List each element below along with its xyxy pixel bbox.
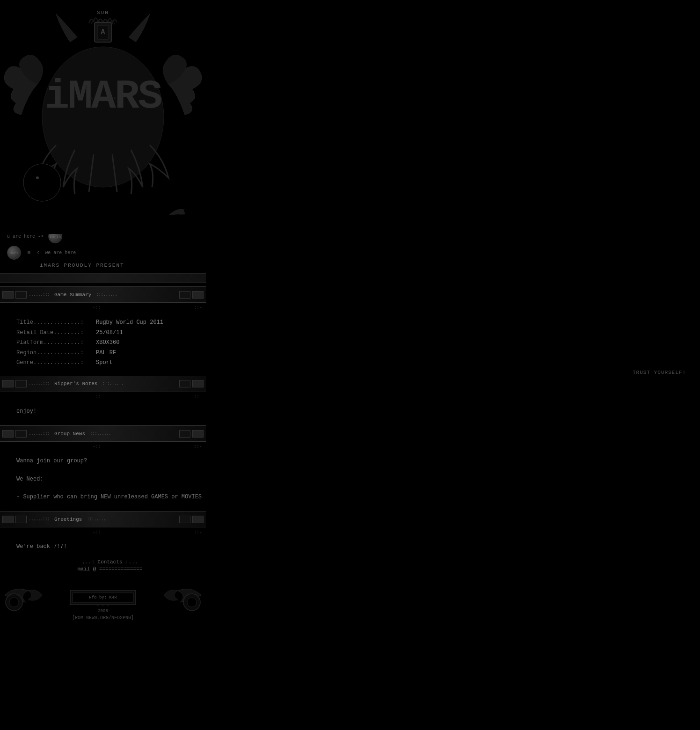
rippers-sub-line: -:: ::-	[0, 394, 220, 400]
requirement-text: - Supplier who can bring NEW unreleased …	[16, 493, 211, 502]
greetings-text: We're back 7!7!	[16, 542, 211, 551]
banner-block-15	[179, 516, 190, 523]
banner-block-8	[192, 380, 204, 387]
rippers-notes-content: enjoy!	[0, 403, 220, 422]
game-summary-banner: ......::: Game Summary :::......	[0, 286, 206, 303]
u-are-here-label: u are here ->	[7, 234, 44, 239]
mars-nav: Mars ■ <- we are here	[7, 246, 213, 260]
banner-block-1	[2, 291, 14, 299]
platform-val: XBOX360	[96, 338, 119, 348]
banner-block-13	[2, 516, 14, 523]
genre-row: Genre..............: Sport	[16, 358, 220, 368]
rippers-notes-banner-wrapper: ......::: Ripper's Notes :::...... -:: :…	[0, 376, 220, 400]
banner-dots-left: ......:::	[29, 292, 50, 297]
banner-dots-left-3: ......:::	[29, 431, 50, 436]
svg-point-13	[9, 598, 19, 607]
contacts-title: Contacts	[98, 559, 123, 565]
greetings-content: We're back 7!7!	[0, 539, 220, 557]
retail-date-row: Retail Date........: 25/08/11	[16, 328, 220, 338]
footer-decoration: Nfo by: K4R - - - 2008	[0, 577, 206, 614]
divider-line	[0, 273, 206, 283]
banner-dots-right-4: :::......	[87, 517, 108, 522]
banner-dots-left-2: ......:::	[29, 381, 50, 387]
banner-block-6	[15, 380, 27, 387]
banner-block-7	[179, 380, 190, 387]
banner-block-16	[192, 516, 204, 523]
svg-point-8	[36, 176, 39, 179]
sun-label: SUN	[97, 10, 109, 15]
banner-block-4	[192, 291, 204, 299]
banner-block-12	[192, 430, 204, 438]
trust-yourself-text: TRUST YOURSELF!	[633, 370, 686, 375]
banner-block-5	[2, 380, 14, 387]
we-are-here-label: <- we are here	[36, 250, 76, 256]
group-news-banner-wrapper: ......::: Group News :::...... -:: ::-	[0, 425, 220, 449]
contacts-dots-right: :...	[125, 559, 138, 565]
banner-block-14	[15, 516, 27, 523]
game-info-section: Title..............: Rugby World Cup 201…	[0, 314, 220, 372]
greetings-banner-wrapper: ......::: Greetings :::...... -:: ::-	[0, 511, 220, 535]
join-text: Wanna join our group?	[16, 457, 211, 466]
game-summary-banner-wrapper: ......::: Game Summary :::...... -:: ::-	[0, 286, 220, 310]
region-row: Region.............: PAL RF	[16, 348, 220, 358]
svg-point-15	[187, 598, 197, 607]
svg-point-9	[90, 97, 92, 99]
proudly-present: iMARS PROUDLY PRESENT	[0, 260, 220, 271]
logo-area: SUN A	[0, 0, 206, 234]
banner-block-10	[15, 430, 27, 438]
genre-key: Genre..............:	[16, 358, 96, 368]
title-val: Rugby World Cup 2011	[96, 318, 163, 328]
we-need-text: We Need:	[16, 475, 211, 484]
greetings-banner: ......::: Greetings :::......	[0, 511, 206, 527]
banner-dots-right-3: :::......	[90, 431, 111, 436]
retail-date-key: Retail Date........:	[16, 328, 96, 338]
rippers-notes-title: Ripper's Notes	[51, 381, 100, 387]
rippers-notes-banner: ......::: Ripper's Notes :::......	[0, 376, 206, 392]
platform-row: Platform...........: XBOX360	[16, 338, 220, 348]
title-key: Title..............:	[16, 318, 96, 328]
group-news-title: Group News	[51, 431, 88, 437]
footer-url: [ROM-NEWS.ORG/NFO2PNG]	[0, 614, 206, 622]
greetings-sub-line: -:: ::-	[0, 530, 220, 535]
title-row: Title..............: Rugby World Cup 201…	[16, 318, 220, 328]
group-news-sub-line: -:: ::-	[0, 444, 220, 449]
nav-icon: ■	[27, 249, 30, 256]
banner-sub-line: -:: ::-	[0, 305, 220, 310]
contacts-mail: mail @ ==============	[0, 566, 220, 572]
svg-point-10	[114, 97, 116, 99]
svg-text:A: A	[101, 28, 105, 36]
banner-block-3	[179, 291, 190, 299]
game-summary-title: Game Summary	[51, 292, 94, 298]
banner-block-11	[179, 430, 190, 438]
svg-text:iMARS: iMARS	[44, 73, 161, 120]
banner-block-2	[15, 291, 27, 299]
region-key: Region.............:	[16, 348, 96, 358]
banner-dots-left-4: ......:::	[29, 517, 50, 522]
contacts-dots-left: ...:	[82, 559, 98, 565]
svg-text:2008: 2008	[98, 609, 108, 613]
rippers-notes-text: enjoy!	[16, 407, 211, 416]
svg-text:- - -: - - -	[96, 604, 109, 608]
banner-block-9	[2, 430, 14, 438]
banner-dots-right: :::......	[96, 292, 117, 297]
group-news-banner: ......::: Group News :::......	[0, 425, 206, 442]
mars-planet: Mars	[7, 246, 21, 260]
genre-val: Sport	[96, 358, 113, 368]
svg-text:Nfo by: K4R: Nfo by: K4R	[89, 595, 117, 600]
retail-date-val: 25/08/11	[96, 328, 123, 338]
platform-key: Platform...........:	[16, 338, 96, 348]
contacts-section: ...: Contacts :... mail @ ==============	[0, 557, 220, 574]
banner-dots-right-2: :::......	[102, 381, 123, 387]
group-news-content: Wanna join our group? We Need: - Supplie…	[0, 453, 220, 507]
greetings-title: Greetings	[51, 517, 85, 522]
region-val: PAL RF	[96, 348, 116, 358]
